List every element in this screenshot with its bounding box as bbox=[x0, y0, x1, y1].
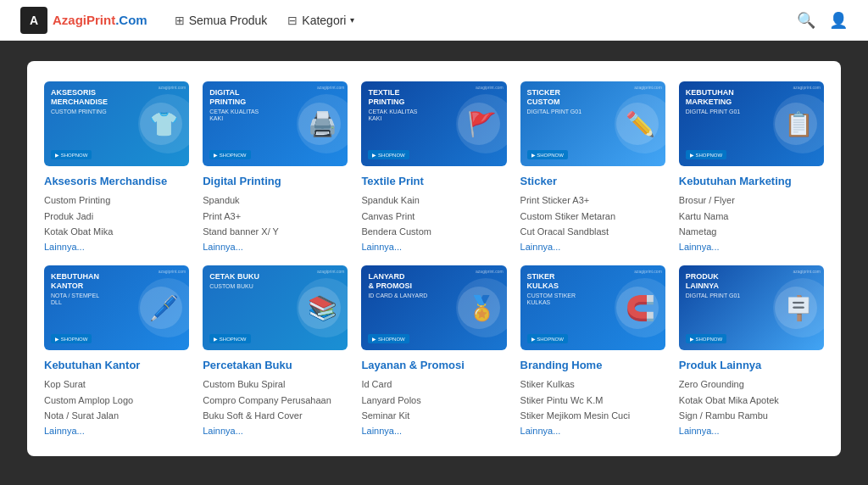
watermark-lainnya: azagiprint.com bbox=[793, 269, 821, 274]
list-item: Produk Jadi bbox=[44, 209, 189, 225]
more-link-digital[interactable]: Lainnya... bbox=[203, 242, 348, 252]
list-item: Nametag bbox=[679, 224, 824, 240]
list-item: Id Card bbox=[361, 376, 506, 393]
nav-kategori-label: Kategori bbox=[302, 14, 346, 27]
product-image-lainnya: PRODUKLAINNYA DIGITAL PRINT G01 🪧 ▶ SHOP… bbox=[679, 265, 824, 350]
list-item: Stand banner X/ Y bbox=[203, 224, 348, 240]
logo-text: AzagiPrint.Com bbox=[53, 13, 147, 27]
list-item: Sign / Rambu Rambu bbox=[679, 408, 824, 424]
product-items-digital: SpandukPrint A3+Stand banner X/ Y bbox=[203, 192, 348, 240]
product-image-digital: DIGITALPRINTING CETAK KUALITAS KAKI 🖨️ ▶… bbox=[203, 81, 348, 166]
list-item: Zero Grounding bbox=[679, 376, 824, 393]
nav-kategori[interactable]: ⊟ Kategori ▾ bbox=[287, 14, 354, 27]
image-label-buku: CETAK BUKU CUSTOM BUKU bbox=[209, 272, 259, 290]
product-card-sticker[interactable]: STICKERCUSTOM DIGITAL PRINT G01 ✏️ ▶ SHO… bbox=[520, 81, 665, 252]
grid4-icon: ⊟ bbox=[287, 14, 298, 27]
list-item: Kotak Obat Mika bbox=[44, 224, 189, 240]
watermark-digital: azagiprint.com bbox=[317, 85, 345, 90]
product-items-sticker: Print Sticker A3+Custom Stiker MetaranCu… bbox=[520, 192, 665, 240]
image-badge-promosi: ▶ SHOPNOW bbox=[368, 334, 409, 343]
product-card-kulkas[interactable]: STIKERKULKAS CUSTOM STIKER KULKAS 🧲 ▶ SH… bbox=[520, 265, 665, 436]
product-items-lainnya: Zero GroundingKotak Obat Mika ApotekSign… bbox=[679, 376, 824, 424]
product-icon-aksesoris: 👕 bbox=[149, 110, 179, 138]
list-item: Canvas Print bbox=[361, 209, 506, 225]
product-icon-digital: 🖨️ bbox=[308, 110, 337, 138]
watermark-buku: azagiprint.com bbox=[317, 269, 345, 274]
search-icon[interactable]: 🔍 bbox=[797, 11, 815, 30]
list-item: Spanduk Kain bbox=[361, 192, 506, 209]
watermark-aksesoris: azagiprint.com bbox=[159, 85, 186, 90]
image-label-marketing: KEBUTUHANMARKETING DIGITAL PRINT G01 bbox=[686, 88, 740, 115]
product-image-buku: CETAK BUKU CUSTOM BUKU 📚 ▶ SHOPNOW azagi… bbox=[203, 265, 348, 350]
list-item: Nota / Surat Jalan bbox=[44, 408, 189, 424]
product-title-promosi: Layanan & Promosi bbox=[361, 359, 506, 371]
product-image-sticker: STICKERCUSTOM DIGITAL PRINT G01 ✏️ ▶ SHO… bbox=[520, 81, 665, 166]
product-items-marketing: Brosur / FlyerKartu NamaNametag bbox=[679, 192, 824, 240]
product-card-marketing[interactable]: KEBUTUHANMARKETING DIGITAL PRINT G01 📋 ▶… bbox=[679, 81, 824, 252]
watermark-sticker: azagiprint.com bbox=[634, 85, 662, 90]
list-item: Cut Oracal Sandblast bbox=[520, 224, 665, 240]
image-label-kulkas: STIKERKULKAS CUSTOM STIKER KULKAS bbox=[527, 272, 587, 306]
main-content: AKSESORISMERCHANDISE CUSTOM PRINTING 👕 ▶… bbox=[0, 41, 868, 485]
product-image-kulkas: STIKERKULKAS CUSTOM STIKER KULKAS 🧲 ▶ SH… bbox=[520, 265, 665, 350]
image-label-promosi: LANYARD& PROMOSI ID CARD & LANYARD bbox=[368, 272, 427, 299]
chevron-down-icon: ▾ bbox=[350, 15, 354, 25]
image-badge-digital: ▶ SHOPNOW bbox=[209, 150, 250, 159]
product-title-kantor: Kebutuhan Kantor bbox=[44, 359, 189, 371]
user-icon[interactable]: 👤 bbox=[829, 11, 848, 30]
products-grid: AKSESORISMERCHANDISE CUSTOM PRINTING 👕 ▶… bbox=[44, 81, 824, 436]
more-link-sticker[interactable]: Lainnya... bbox=[520, 242, 665, 252]
logo[interactable]: A AzagiPrint.Com bbox=[20, 7, 147, 34]
product-title-aksesoris: Aksesoris Merchandise bbox=[44, 175, 189, 187]
product-card-aksesoris[interactable]: AKSESORISMERCHANDISE CUSTOM PRINTING 👕 ▶… bbox=[44, 81, 189, 252]
watermark-kulkas: azagiprint.com bbox=[634, 269, 662, 274]
image-label-digital: DIGITALPRINTING CETAK KUALITAS KAKI bbox=[209, 88, 269, 122]
product-items-textile: Spanduk KainCanvas PrintBendera Custom bbox=[361, 192, 506, 240]
product-items-aksesoris: Custom PrintingProduk JadiKotak Obat Mik… bbox=[44, 192, 189, 240]
list-item: Stiker Mejikom Mesin Cuci bbox=[520, 408, 665, 424]
list-item: Spanduk bbox=[203, 192, 348, 209]
list-item: Print Sticker A3+ bbox=[520, 192, 665, 209]
product-card-textile[interactable]: TEXTILEPRINTING CETAK KUALITAS KAKI 🚩 ▶ … bbox=[361, 81, 506, 252]
more-link-textile[interactable]: Lainnya... bbox=[361, 242, 506, 252]
product-card-kantor[interactable]: KEBUTUHANKANTOR NOTA / STEMPEL DLL 🖊️ ▶ … bbox=[44, 265, 189, 436]
more-link-promosi[interactable]: Lainnya... bbox=[361, 426, 506, 436]
products-container: AKSESORISMERCHANDISE CUSTOM PRINTING 👕 ▶… bbox=[27, 61, 841, 456]
image-label-aksesoris: AKSESORISMERCHANDISE CUSTOM PRINTING bbox=[51, 88, 108, 115]
header-actions: 🔍 👤 bbox=[797, 11, 848, 30]
image-badge-marketing: ▶ SHOPNOW bbox=[686, 150, 726, 159]
list-item: Custom Printing bbox=[44, 192, 189, 209]
more-link-marketing[interactable]: Lainnya... bbox=[679, 242, 824, 252]
product-card-buku[interactable]: CETAK BUKU CUSTOM BUKU 📚 ▶ SHOPNOW azagi… bbox=[203, 265, 348, 436]
product-icon-lainnya: 🪧 bbox=[784, 294, 814, 322]
image-label-lainnya: PRODUKLAINNYA DIGITAL PRINT G01 bbox=[686, 272, 740, 299]
image-badge-kulkas: ▶ SHOPNOW bbox=[527, 334, 568, 343]
list-item: Bendera Custom bbox=[361, 224, 506, 240]
product-icon-textile: 🚩 bbox=[467, 110, 497, 138]
image-badge-buku: ▶ SHOPNOW bbox=[209, 334, 250, 343]
product-card-lainnya[interactable]: PRODUKLAINNYA DIGITAL PRINT G01 🪧 ▶ SHOP… bbox=[679, 265, 824, 436]
list-item: Custom Amplop Logo bbox=[44, 393, 189, 409]
nav-semua-produk[interactable]: ⊞ Semua Produk bbox=[175, 14, 268, 27]
more-link-aksesoris[interactable]: Lainnya... bbox=[44, 242, 189, 252]
product-card-promosi[interactable]: LANYARD& PROMOSI ID CARD & LANYARD 🏅 ▶ S… bbox=[361, 265, 506, 436]
product-icon-kulkas: 🧲 bbox=[626, 294, 655, 322]
watermark-textile: azagiprint.com bbox=[476, 85, 504, 90]
more-link-buku[interactable]: Lainnya... bbox=[203, 426, 348, 436]
list-item: Stiker Pintu Wc K.M bbox=[520, 393, 665, 409]
watermark-promosi: azagiprint.com bbox=[476, 269, 504, 274]
more-link-kulkas[interactable]: Lainnya... bbox=[520, 426, 665, 436]
product-card-digital[interactable]: DIGITALPRINTING CETAK KUALITAS KAKI 🖨️ ▶… bbox=[203, 81, 348, 252]
more-link-kantor[interactable]: Lainnya... bbox=[44, 426, 189, 436]
more-link-lainnya[interactable]: Lainnya... bbox=[679, 426, 824, 436]
product-title-kulkas: Branding Home bbox=[520, 359, 665, 371]
list-item: Custom Buku Spiral bbox=[203, 376, 348, 393]
list-item: Lanyard Polos bbox=[361, 393, 506, 409]
product-items-kulkas: Stiker KulkasStiker Pintu Wc K.MStiker M… bbox=[520, 376, 665, 424]
list-item: Compro Company Perusahaan bbox=[203, 393, 348, 409]
product-title-buku: Percetakan Buku bbox=[203, 359, 348, 371]
list-item: Seminar Kit bbox=[361, 408, 506, 424]
product-title-marketing: Kebutuhan Marketing bbox=[679, 175, 824, 187]
list-item: Stiker Kulkas bbox=[520, 376, 665, 393]
watermark-kantor: azagiprint.com bbox=[159, 269, 186, 274]
